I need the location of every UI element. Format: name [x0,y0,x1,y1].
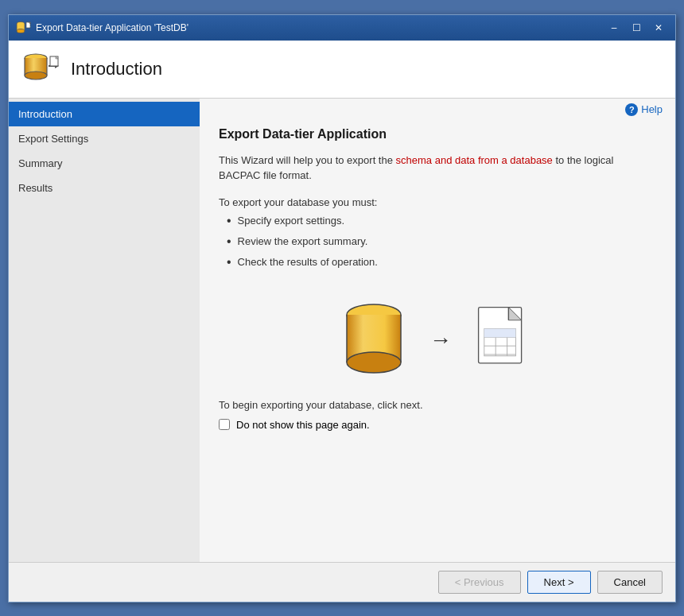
intro-paragraph: This Wizard will help you to export the … [219,153,656,184]
checkbox-label[interactable]: Do not show this page again. [236,419,370,431]
header-title: Introduction [71,59,162,79]
arrow-right-icon: → [429,327,452,353]
document-icon [476,304,533,376]
footer: < Previous Next > Cancel [9,562,675,602]
main-window: → Export Data-tier Application 'TestDB' … [8,14,676,602]
cancel-button[interactable]: Cancel [597,571,663,594]
steps-heading: To export your database you must: [219,196,656,208]
sidebar-item-results[interactable]: Results [9,176,200,200]
app-icon: → [15,20,31,36]
sidebar: Introduction Export Settings Summary Res… [9,99,200,562]
list-item: • Specify export settings. [227,215,656,227]
content-heading: Export Data-tier Application [219,127,656,141]
svg-point-4 [17,29,25,33]
content-area: ? Help Export Data-tier Application This… [200,99,675,562]
help-link[interactable]: ? Help [625,103,663,116]
highlight-text: schema and data from a database [396,154,553,166]
step-1-label: Specify export settings. [238,215,344,227]
sidebar-item-summary[interactable]: Summary [9,151,200,176]
svg-point-21 [347,352,401,373]
window-controls: – ☐ ✕ [604,20,669,36]
main-area: Introduction Export Settings Summary Res… [9,99,675,562]
step-3-label: Check the results of operation. [238,256,378,268]
minimize-button[interactable]: – [604,20,624,36]
window-body: Introduction Introduction Export Setting… [9,41,675,602]
maximize-button[interactable]: ☐ [626,20,647,36]
previous-button[interactable]: < Previous [438,571,521,594]
title-bar: → Export Data-tier Application 'TestDB' … [9,15,675,41]
steps-list: • Specify export settings. • Review the … [219,215,656,269]
checkbox-area: Do not show this page again. [219,419,656,431]
sidebar-item-export-settings[interactable]: Export Settings [9,126,200,151]
db-cylinder-icon [342,300,406,380]
sidebar-item-introduction[interactable]: Introduction [9,102,200,126]
svg-rect-31 [484,328,516,337]
help-label: Help [641,103,663,115]
help-bar: ? Help [200,99,675,119]
svg-point-10 [25,72,47,79]
content-scroll: Export Data-tier Application This Wizard… [200,119,675,562]
window-title: Export Data-tier Application 'TestDB' [36,22,604,33]
header-icon [21,50,60,88]
bullet-icon: • [227,235,231,248]
diagram-area: → [219,285,656,399]
bullet-icon: • [227,256,231,269]
next-button[interactable]: Next > [527,571,591,594]
step-2-label: Review the export summary. [238,235,368,247]
list-item: • Check the results of operation. [227,256,656,269]
close-button[interactable]: ✕ [648,20,669,36]
list-item: • Review the export summary. [227,235,656,248]
header-area: Introduction [9,41,675,99]
do-not-show-checkbox[interactable] [219,419,230,430]
help-icon: ? [625,103,638,116]
begin-text: To begin exporting your database, click … [219,399,656,411]
bullet-icon: • [227,215,231,227]
